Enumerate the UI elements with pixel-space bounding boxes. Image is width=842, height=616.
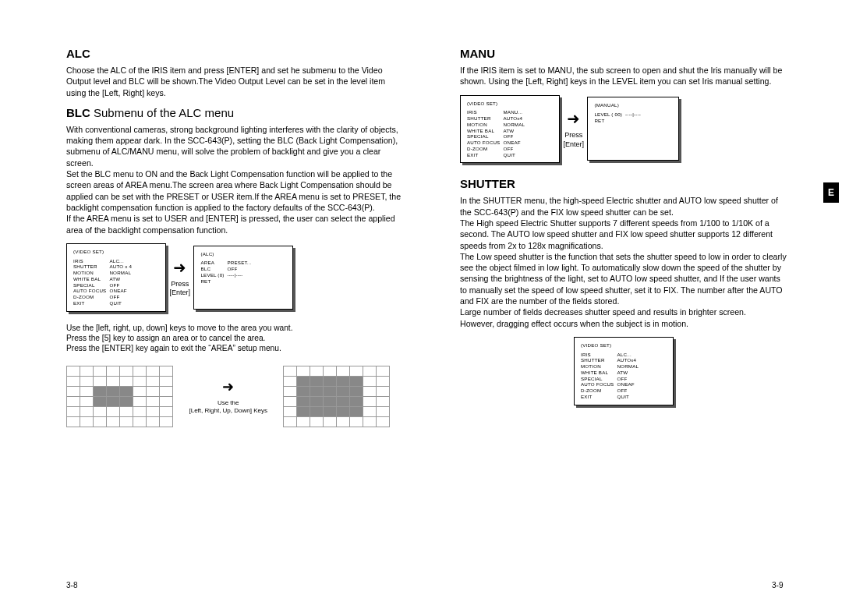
arrow-right-icon: ➜ [169, 257, 190, 278]
shutter-menu-row: (VIDEO SET)IRISALC...SHUTTERAUTOx4MOTION… [460, 337, 787, 405]
arrow-right-icon: ➜ [563, 108, 584, 129]
video-set-menu-2: (VIDEO SET)IRISMANU...SHUTTERAUTOx4MOTIO… [460, 95, 560, 164]
grid-caption-2: [Left, Right, Up, Down] Keys [189, 407, 267, 414]
video-set-menu-1: (VIDEO SET)IRISALC...SHUTTERAUTO x 4MOTI… [66, 243, 166, 312]
blc-heading: BLC Submenu of the ALC menu [66, 106, 402, 119]
shutter-heading: SHUTTER [460, 177, 787, 190]
enter-label: [Enter] [563, 140, 584, 148]
arrow-press-enter-1: ➜ Press [Enter] [169, 257, 190, 298]
grid-row: ➜ Use the [Left, Right, Up, Down] Keys [66, 366, 402, 427]
blc-heading-bold: BLC [66, 106, 90, 119]
arrow-right-icon: ➜ [189, 378, 267, 396]
blc-menu-row: (VIDEO SET)IRISALC...SHUTTERAUTO x 4MOTI… [66, 243, 402, 312]
blc-paragraph: With conventional cameras, strong backgr… [66, 124, 402, 235]
alc-submenu: (ALC)AREAPRESET...BLCOFFLEVEL (0)----|--… [193, 246, 293, 310]
alc-paragraph: Choose the ALC of the IRIS item and pres… [66, 65, 402, 98]
left-page: ALC Choose the ALC of the IRIS item and … [66, 47, 402, 437]
language-tab: E [823, 182, 839, 203]
manu-paragraph: If the IRIS item is set to MANU, the sub… [460, 65, 787, 87]
arrow-press-enter-2: ➜ Press [Enter] [563, 108, 584, 149]
press-label: Press [564, 131, 582, 139]
blc-instructions: Use the [left, right, up, down] keys to … [66, 323, 402, 354]
blc-heading-sub: Submenu of the ALC menu [90, 106, 234, 119]
area-grid-before [66, 366, 173, 427]
grid-caption-1: Use the [218, 399, 239, 406]
manu-menu-row: (VIDEO SET)IRISMANU...SHUTTERAUTOx4MOTIO… [460, 95, 787, 164]
alc-heading: ALC [66, 47, 402, 60]
grid-arrow-caption: ➜ Use the [Left, Right, Up, Down] Keys [189, 378, 267, 415]
manual-submenu: (MANUAL)LEVEL ( 00)----|----RET [587, 97, 679, 161]
video-set-menu-3: (VIDEO SET)IRISALC...SHUTTERAUTOx4MOTION… [574, 337, 674, 405]
manu-heading: MANU [460, 47, 787, 60]
shutter-paragraph: In the SHUTTER menu, the high-speed Elec… [460, 195, 787, 329]
page-number-left: 3-8 [66, 581, 77, 589]
enter-label: [Enter] [169, 289, 190, 296]
right-page: MANU If the IRIS item is set to MANU, th… [460, 47, 787, 415]
page-number-right: 3-9 [772, 581, 783, 589]
press-label: Press [171, 280, 189, 288]
area-grid-after [283, 366, 390, 427]
